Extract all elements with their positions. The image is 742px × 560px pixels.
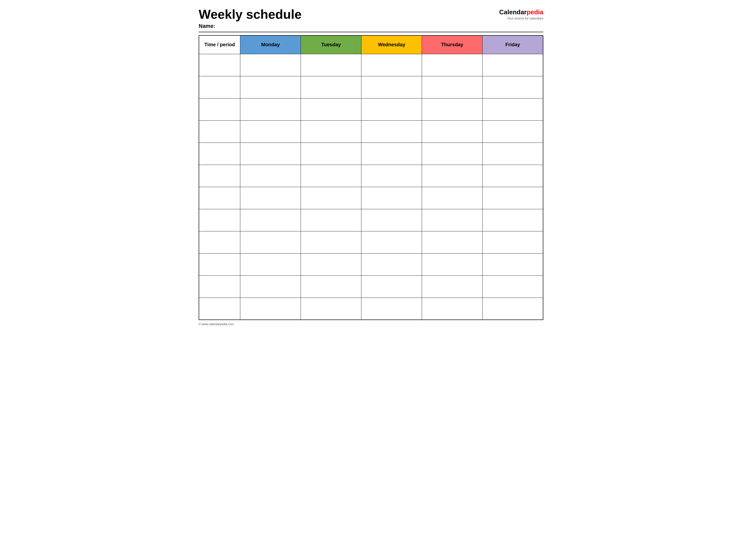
schedule-cell[interactable] [240,231,301,253]
table-row [199,275,543,297]
col-header-thursday: Thursday [422,36,482,54]
header-section: Weekly schedule Name: Calendarpedia Your… [199,7,543,29]
schedule-cell[interactable] [482,253,543,275]
schedule-cell[interactable] [361,187,422,209]
time-cell[interactable] [199,231,240,253]
schedule-body [199,54,543,320]
schedule-cell[interactable] [240,165,301,187]
schedule-cell[interactable] [422,297,482,320]
schedule-cell[interactable] [361,143,422,165]
header-divider [199,32,543,32]
schedule-cell[interactable] [240,120,301,143]
schedule-cell[interactable] [361,253,422,275]
schedule-cell[interactable] [361,275,422,297]
schedule-cell[interactable] [301,209,361,231]
schedule-cell[interactable] [240,54,301,76]
time-cell[interactable] [199,297,240,320]
schedule-cell[interactable] [422,253,482,275]
schedule-cell[interactable] [422,275,482,297]
schedule-cell[interactable] [301,54,361,76]
schedule-cell[interactable] [482,231,543,253]
schedule-cell[interactable] [482,98,543,120]
table-row [199,297,543,320]
schedule-cell[interactable] [482,76,543,98]
schedule-table: Time / period Monday Tuesday Wednesday T… [199,35,543,320]
schedule-cell[interactable] [361,209,422,231]
schedule-cell[interactable] [240,98,301,120]
schedule-cell[interactable] [361,54,422,76]
table-row [199,231,543,253]
logo-calendar-part: Calendar [499,8,527,16]
time-cell[interactable] [199,187,240,209]
schedule-cell[interactable] [240,187,301,209]
schedule-cell[interactable] [422,76,482,98]
time-cell[interactable] [199,209,240,231]
logo-pedia-part: pedia [527,8,543,16]
schedule-cell[interactable] [422,165,482,187]
logo-area: Calendarpedia Your source for calendars [499,7,543,20]
schedule-cell[interactable] [422,143,482,165]
table-row [199,143,543,165]
schedule-cell[interactable] [482,165,543,187]
schedule-cell[interactable] [422,54,482,76]
time-cell[interactable] [199,98,240,120]
schedule-cell[interactable] [301,275,361,297]
schedule-cell[interactable] [301,231,361,253]
schedule-cell[interactable] [361,231,422,253]
footer-copyright: © www.calendarpedia.com [199,323,543,326]
col-header-tuesday: Tuesday [301,36,361,54]
time-cell[interactable] [199,54,240,76]
time-cell[interactable] [199,253,240,275]
title-area: Weekly schedule Name: [199,7,499,29]
page-title: Weekly schedule [199,7,499,21]
schedule-cell[interactable] [482,120,543,143]
schedule-cell[interactable] [301,98,361,120]
schedule-cell[interactable] [361,76,422,98]
table-row [199,209,543,231]
table-header-row: Time / period Monday Tuesday Wednesday T… [199,36,543,54]
schedule-cell[interactable] [482,297,543,320]
time-cell[interactable] [199,165,240,187]
schedule-cell[interactable] [301,143,361,165]
schedule-cell[interactable] [240,253,301,275]
schedule-cell[interactable] [240,209,301,231]
time-cell[interactable] [199,76,240,98]
schedule-cell[interactable] [301,187,361,209]
logo-text: Calendarpedia [499,8,543,16]
time-cell[interactable] [199,120,240,143]
schedule-cell[interactable] [361,165,422,187]
schedule-cell[interactable] [240,275,301,297]
col-header-wednesday: Wednesday [361,36,422,54]
schedule-cell[interactable] [240,143,301,165]
schedule-cell[interactable] [422,98,482,120]
schedule-cell[interactable] [482,54,543,76]
table-row [199,120,543,143]
schedule-cell[interactable] [240,297,301,320]
logo-tagline: Your source for calendars [507,16,543,20]
schedule-cell[interactable] [301,165,361,187]
schedule-cell[interactable] [482,187,543,209]
schedule-cell[interactable] [482,209,543,231]
table-row [199,54,543,76]
schedule-cell[interactable] [482,275,543,297]
schedule-cell[interactable] [301,297,361,320]
time-cell[interactable] [199,275,240,297]
schedule-cell[interactable] [422,120,482,143]
table-row [199,76,543,98]
table-row [199,98,543,120]
time-cell[interactable] [199,143,240,165]
schedule-cell[interactable] [422,209,482,231]
schedule-cell[interactable] [482,143,543,165]
schedule-cell[interactable] [240,76,301,98]
schedule-cell[interactable] [301,120,361,143]
col-header-time: Time / period [199,36,240,54]
schedule-cell[interactable] [361,297,422,320]
schedule-cell[interactable] [361,98,422,120]
schedule-cell[interactable] [301,253,361,275]
schedule-cell[interactable] [422,231,482,253]
col-header-friday: Friday [482,36,543,54]
schedule-cell[interactable] [361,120,422,143]
page-wrapper: Weekly schedule Name: Calendarpedia Your… [199,7,543,326]
schedule-cell[interactable] [422,187,482,209]
schedule-cell[interactable] [301,76,361,98]
